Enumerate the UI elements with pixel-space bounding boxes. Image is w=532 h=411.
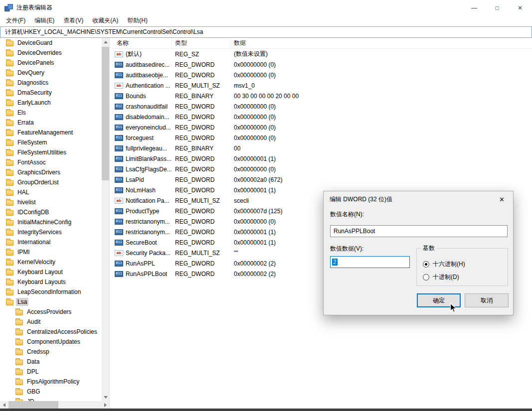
value-name-text: RunAsPPLBoot: [334, 228, 375, 235]
dword-value-icon: 011: [115, 229, 123, 235]
tree-item-componentupdates[interactable]: ComponentUpdates: [0, 337, 102, 347]
registry-value-row[interactable]: 011everyoneinclud...REG_DWORD0x00000000 …: [111, 122, 532, 133]
value-name: Notification Pa...: [126, 197, 169, 204]
tree-item-hivelist[interactable]: hivelist: [0, 197, 102, 207]
tree-item-label: FipsAlgorithmPolicy: [25, 378, 81, 386]
tree-item-label: Errata: [16, 119, 35, 127]
value-name: restrictanonym...: [126, 218, 170, 225]
tree-item-label: Els: [16, 109, 27, 117]
registry-value-row[interactable]: 011LsaPidREG_DWORD0x000002a0 (672): [111, 174, 532, 185]
tree-item-fipsalgorithmpolicy[interactable]: FipsAlgorithmPolicy: [0, 377, 102, 387]
radio-hexadecimal[interactable]: 十六进制(H): [423, 260, 465, 269]
folder-icon: [6, 250, 13, 256]
tree-item-jd[interactable]: JD: [0, 397, 102, 401]
registry-value-row[interactable]: 011auditbasedirec...REG_DWORD0x00000000 …: [111, 59, 532, 70]
horizontal-scrollbar-thumb[interactable]: [8, 401, 58, 409]
tree-item-idconfigdb[interactable]: IDConfigDB: [0, 207, 102, 217]
dword-value-icon: 011: [115, 240, 123, 246]
tree-item-ipmi[interactable]: IPMI: [0, 247, 102, 257]
folder-icon: [6, 290, 13, 295]
column-header-name[interactable]: 名称: [111, 38, 172, 48]
tree-item-hal[interactable]: HAL: [0, 187, 102, 197]
tree-item-initialmachineconfig[interactable]: InitialMachineConfig: [0, 217, 102, 227]
ok-button[interactable]: 确定: [417, 293, 461, 307]
registry-value-row[interactable]: abAuthentication ...REG_MULTI_SZmsv1_0: [111, 80, 532, 91]
tree-item-international[interactable]: International: [0, 237, 102, 247]
tree-item-dpl[interactable]: DPL: [0, 367, 102, 377]
tree-item-devquery[interactable]: DevQuery: [0, 68, 102, 78]
tree-item-gbg[interactable]: GBG: [0, 387, 102, 397]
value-name: RunAsPPLBoot: [126, 271, 167, 277]
registry-value-row[interactable]: 011fullprivilegeau...REG_BINARY00: [111, 143, 532, 153]
value-data: 0x00000000 (0): [231, 114, 532, 121]
tree-item-leapsecondinformation[interactable]: LeapSecondInformation: [0, 287, 102, 297]
menu-edit[interactable]: 编辑(E): [30, 15, 59, 26]
tree-item-keyboard-layout[interactable]: Keyboard Layout: [0, 267, 102, 277]
tree-item-dmasecurity[interactable]: DmaSecurity: [0, 88, 102, 98]
tree-item-filesystemutilities[interactable]: FileSystemUtilities: [0, 147, 102, 157]
vertical-scrollbar-thumb[interactable]: [102, 47, 109, 180]
scroll-left-button[interactable]: [0, 401, 7, 409]
tree-item-keyboard-layouts[interactable]: Keyboard Layouts: [0, 277, 102, 287]
tree-item-deviceoverrides[interactable]: DeviceOverrides: [0, 48, 102, 58]
value-type: REG_DWORD: [172, 208, 231, 215]
tree-item-errata[interactable]: Errata: [0, 118, 102, 128]
tree-horizontal-scrollbar[interactable]: [0, 401, 109, 409]
cancel-button[interactable]: 取消: [465, 293, 509, 307]
tree-item-deviceguard[interactable]: DeviceGuard: [0, 38, 102, 48]
close-icon[interactable]: ✕: [509, 0, 532, 15]
value-name-input[interactable]: RunAsPPLBoot: [330, 225, 508, 237]
tree-item-accessproviders[interactable]: AccessProviders: [0, 307, 102, 317]
tree-item-integrityservices[interactable]: IntegrityServices: [0, 227, 102, 237]
radio-decimal[interactable]: 十进制(D): [423, 273, 459, 281]
tree-item-devicepanels[interactable]: DevicePanels: [0, 58, 102, 68]
folder-icon: [6, 121, 13, 126]
tree-item-earlylaunch[interactable]: EarlyLaunch: [0, 98, 102, 108]
tree-item-credssp[interactable]: Credssp: [0, 347, 102, 357]
scroll-down-button[interactable]: [102, 394, 109, 401]
radio-selected-icon: [423, 261, 429, 268]
registry-value-row[interactable]: 011LsaCfgFlagsDe...REG_DWORD0x00000000 (…: [111, 164, 532, 174]
tree-item-grouporderlist[interactable]: GroupOrderList: [0, 177, 102, 187]
column-header-type[interactable]: 类型: [172, 38, 231, 48]
tree-item-lsa[interactable]: Lsa: [0, 297, 102, 307]
menu-help[interactable]: 帮助(H): [123, 15, 152, 26]
registry-value-row[interactable]: 011crashonauditfailREG_DWORD0x00000000 (…: [111, 101, 532, 112]
registry-value-row[interactable]: 011auditbaseobje...REG_DWORD0x00000000 (…: [111, 70, 532, 80]
value-data-text: 2: [332, 259, 338, 266]
tree-item-graphicsdrivers[interactable]: GraphicsDrivers: [0, 167, 102, 177]
dialog-close-icon[interactable]: ✕: [491, 191, 513, 207]
scroll-up-button[interactable]: [102, 38, 109, 45]
registry-value-row[interactable]: ab(默认)REG_SZ(数值未设置): [111, 49, 532, 59]
value-type: REG_DWORD: [172, 103, 231, 110]
address-bar[interactable]: 计算机\HKEY_LOCAL_MACHINE\SYSTEM\CurrentCon…: [0, 26, 532, 38]
tree-item-filesystem[interactable]: FileSystem: [0, 137, 102, 147]
menu-favorites[interactable]: 收藏夹(A): [88, 15, 123, 26]
maximize-icon[interactable]: □: [486, 0, 509, 15]
tree-item-centralizedaccesspolicies[interactable]: CentralizedAccessPolicies: [0, 327, 102, 337]
menu-file[interactable]: 文件(F): [1, 15, 30, 26]
folder-icon: [6, 190, 13, 196]
column-header-data[interactable]: 数据: [231, 38, 532, 48]
tree-item-label: DeviceOverrides: [16, 49, 63, 57]
scroll-right-button[interactable]: [102, 401, 109, 409]
registry-value-row[interactable]: 011disabledomain...REG_DWORD0x00000000 (…: [111, 112, 532, 122]
tree-item-data[interactable]: Data: [0, 357, 102, 367]
value-name: LsaPid: [126, 176, 144, 183]
tree-item-featuremanagement[interactable]: FeatureManagement: [0, 128, 102, 137]
dialog-titlebar[interactable]: 编辑 DWORD (32 位)值: [324, 191, 513, 207]
registry-value-row[interactable]: 011BoundsREG_BINARY00 30 00 00 00 20 00 …: [111, 91, 532, 101]
tree-item-fontassoc[interactable]: FontAssoc: [0, 157, 102, 167]
registry-value-row[interactable]: 011forceguestREG_DWORD0x00000000 (0): [111, 133, 532, 143]
tree-item-kernelvelocity[interactable]: KernelVelocity: [0, 257, 102, 267]
minimize-icon[interactable]: —: [463, 0, 486, 15]
registry-value-row[interactable]: 011LimitBlankPass...REG_DWORD0x00000001 …: [111, 153, 532, 164]
tree-item-diagnostics[interactable]: Diagnostics: [0, 78, 102, 88]
folder-icon: [6, 200, 13, 206]
tree-vertical-scrollbar[interactable]: [102, 38, 109, 401]
value-data-input[interactable]: 2: [330, 256, 410, 268]
tree-item-audit[interactable]: Audit: [0, 317, 102, 327]
tree-item-els[interactable]: Els: [0, 108, 102, 118]
menu-view[interactable]: 查看(V): [59, 15, 88, 26]
pane-splitter[interactable]: [109, 38, 110, 409]
